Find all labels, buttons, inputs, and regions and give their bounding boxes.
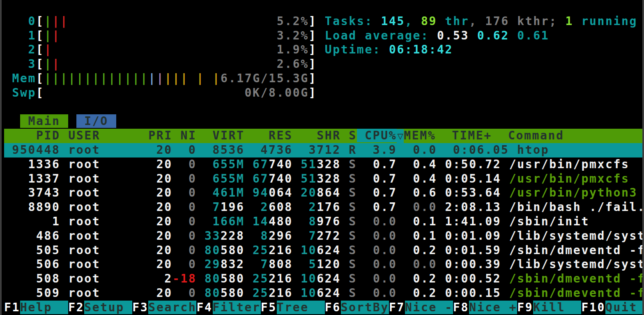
text-segment: 8890 root 20 <box>4 200 172 214</box>
text-segment: 0:05.14 <box>437 172 509 185</box>
fn-label-kill[interactable]: Kill <box>533 301 581 314</box>
text-segment: 80 <box>205 243 221 257</box>
text-segment: 0:50.72 <box>437 158 509 171</box>
table-header[interactable]: PID USER PRI NI VIRT RES SHR S CPU%▽MEM%… <box>4 129 642 143</box>
tab-main[interactable]: Main <box>20 114 68 128</box>
column-headers-right[interactable]: MEM% TIME+ Command <box>404 129 564 142</box>
text-segment: /sbin/init <box>509 215 589 228</box>
process-row-1337[interactable]: 1337 root 20 0 655M 67740 51328 S 0.7 0.… <box>4 172 642 186</box>
process-row-3743[interactable]: 3743 root 20 0 461M 94064 20864 S 0.7 0.… <box>4 186 642 200</box>
process-row-950448-selected[interactable]: 950448 root 20 0 8536 4736 3712 R 3.9 0.… <box>4 143 642 158</box>
text-segment: 0.0 <box>365 229 405 243</box>
fn-label-setup[interactable]: Setup <box>84 301 132 314</box>
text-segment: 0 <box>172 172 197 185</box>
fn-key-f3[interactable]: F3 <box>132 301 148 314</box>
text-segment: 0.7 <box>365 186 405 199</box>
text-segment: 3.2% <box>277 29 309 42</box>
text-segment: /sbin/dmeventd -f <box>509 286 642 300</box>
fn-label-help[interactable]: Help <box>20 301 68 314</box>
fn-key-f4[interactable]: F4 <box>196 301 212 314</box>
text-segment: /usr/bin/python3 /u <box>509 186 642 199</box>
process-row-8890[interactable]: 8890 root 20 0 7196 2608 2176 S 0.7 0.0 … <box>4 200 642 215</box>
text-segment <box>196 229 205 243</box>
process-row-508[interactable]: 508 root 2-18 80580 25216 10624 S 0.0 0.… <box>4 272 642 286</box>
fn-key-f7[interactable]: F7 <box>389 301 405 314</box>
fn-label-filter[interactable]: Filter <box>213 301 261 314</box>
text-segment: Load average: <box>325 29 437 42</box>
process-row-1[interactable]: 1 root 20 0 166M 14480 8976 S 0.0 0.1 1:… <box>4 215 642 229</box>
process-row-506[interactable]: 506 root 20 0 29832 7808 5120 S 0.0 0.0 … <box>4 257 642 272</box>
cpu-meter-1: 1[|| 3.2%] Load average: 0.53 0.62 0.61 <box>4 29 642 43</box>
function-key-bar[interactable]: F1Help F2Setup F3SearchF4FilterF5Tree F6… <box>4 301 642 315</box>
text-segment: 272 <box>317 229 341 243</box>
text-segment: 0.1 <box>405 229 437 243</box>
text-segment: 580 <box>221 286 253 300</box>
fn-label-tree[interactable]: Tree <box>277 301 325 314</box>
process-row-509[interactable]: 509 root 20 0 80580 25216 10624 S 0.0 0.… <box>4 286 642 301</box>
fn-label-nice-minus[interactable]: Nice - <box>405 301 453 314</box>
text-segment: 25 <box>253 286 269 300</box>
text-segment: /lib/systemd/system <box>509 229 642 243</box>
fn-key-f9[interactable]: F9 <box>517 301 533 314</box>
text-segment: | <box>213 72 221 85</box>
text-segment <box>4 29 28 42</box>
text-segment: 0.0 <box>365 215 405 228</box>
text-segment: 3743 root 20 <box>4 186 172 199</box>
text-segment: 14 <box>253 215 269 228</box>
text-segment <box>245 215 253 228</box>
text-segment: 216 <box>269 243 301 257</box>
text-segment: ] <box>309 72 317 85</box>
text-segment <box>317 43 325 56</box>
text-segment: S <box>341 229 365 243</box>
process-row-486[interactable]: 486 root 20 0 33228 8296 7272 S 0.0 0.1 … <box>4 229 642 243</box>
text-segment: 064 <box>269 186 301 199</box>
text-segment: 1 root 20 <box>4 215 172 228</box>
text-segment: 296 <box>269 229 309 243</box>
column-headers-left[interactable]: PID USER PRI NI VIRT RES SHR S <box>4 129 357 142</box>
fn-label-search[interactable]: Search <box>148 301 196 314</box>
text-segment: Swp <box>12 86 37 100</box>
text-segment: 580 <box>221 243 253 257</box>
text-segment: 0.0 <box>365 272 405 285</box>
terminal: 0[||| 5.2%] Tasks: 145, 89 thr, 176 kthr… <box>0 0 644 315</box>
process-row-1336[interactable]: 1336 root 20 0 655M 67740 51328 S 0.7 0.… <box>4 158 642 172</box>
text-segment <box>196 158 212 171</box>
text-segment <box>196 172 212 185</box>
text-segment: 580 <box>221 272 253 285</box>
text-segment: 505 root 20 <box>4 243 172 257</box>
text-segment: | <box>197 72 205 85</box>
text-segment: 0.2 <box>405 272 437 285</box>
text-segment: 0.0 <box>365 243 405 257</box>
text-segment: 509 root 20 <box>4 286 172 300</box>
text-segment: [ <box>36 29 44 42</box>
text-segment: [ <box>36 43 44 56</box>
text-segment <box>245 158 253 171</box>
fn-key-f6[interactable]: F6 <box>325 301 341 314</box>
fn-key-f5[interactable]: F5 <box>261 301 277 314</box>
fn-key-f2[interactable]: F2 <box>68 301 84 314</box>
fn-key-f8[interactable]: F8 <box>453 301 469 314</box>
text-segment: 976 <box>317 215 341 228</box>
text-segment: 5.2% <box>277 14 309 28</box>
text-segment: 0.0 <box>365 286 405 300</box>
text-segment <box>196 286 205 300</box>
fn-label-sortby[interactable]: SortBy <box>341 301 389 314</box>
text-segment: 10 <box>301 243 317 257</box>
tab-io[interactable]: I/O <box>76 114 117 128</box>
text-segment: | <box>44 14 53 28</box>
process-row-505[interactable]: 505 root 20 0 80580 25216 10624 S 0.0 0.… <box>4 243 642 258</box>
fn-key-f1[interactable]: F1 <box>4 301 20 314</box>
fn-key-f10[interactable]: F10 <box>581 301 605 314</box>
text-segment: 80 <box>205 272 221 285</box>
text-segment <box>68 14 276 28</box>
fn-label-quit[interactable]: Quit <box>605 301 642 314</box>
text-segment: /usr/bin/pmxcfs <box>509 158 630 171</box>
column-header-cpu-sorted[interactable]: CPU% <box>357 129 397 142</box>
text-segment: 33 <box>205 229 221 243</box>
text-segment: | <box>44 29 53 42</box>
text-segment: 7 <box>309 229 317 243</box>
text-segment: 2.6% <box>277 57 309 71</box>
swap-meter: Swp[ 0K/8.00G] <box>4 86 642 100</box>
fn-label-nice-plus[interactable]: Nice + <box>469 301 517 314</box>
load-5min: 0.62 <box>477 29 509 42</box>
